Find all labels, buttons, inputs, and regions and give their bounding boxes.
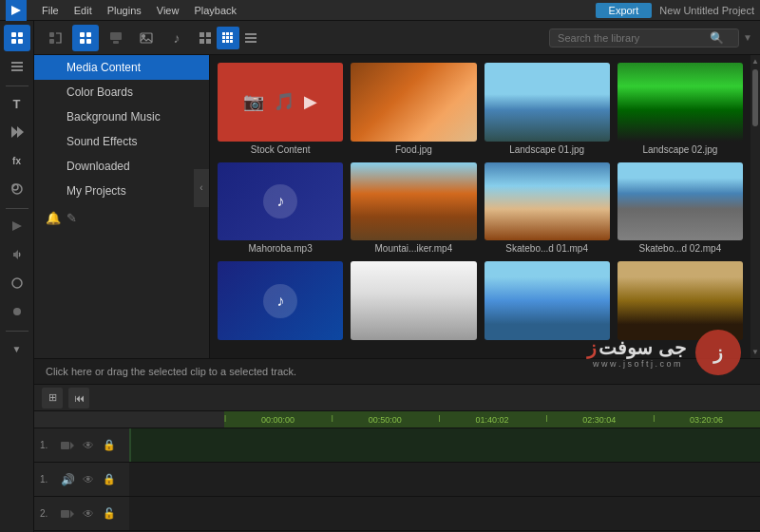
scroll-up-icon[interactable]: ▲ [751, 57, 759, 66]
scroll-down-icon[interactable]: ▼ [751, 348, 759, 356]
svg-rect-35 [222, 40, 225, 43]
timeline-home-btn[interactable]: ⊞ [42, 388, 63, 408]
app-logo [6, 0, 27, 21]
tool-track[interactable] [4, 53, 30, 80]
sidebar-item-background-music[interactable]: Background Music [34, 104, 209, 129]
ruler-tick-3: 02:30:04 [545, 415, 653, 425]
tool-color[interactable] [4, 270, 30, 296]
media-item-mountain[interactable]: Mountai...iker.mp4 [351, 162, 476, 255]
sidebar: Media Content Color Boards Background Mu… [34, 55, 210, 358]
sidebar-item-sound-effects[interactable]: Sound Effects [34, 129, 209, 154]
track-content-3[interactable] [129, 497, 760, 530]
track-row-3: 2. 👁 🔓 [34, 497, 760, 531]
track-content-1[interactable] [129, 428, 760, 462]
media-item-stock[interactable]: 📷 🎵 ▶ Stock Content [218, 63, 343, 155]
media-item-landscape02[interactable]: Landscape 02.jpg [618, 63, 743, 155]
menu-edit[interactable]: Edit [66, 3, 100, 18]
svg-rect-33 [226, 36, 229, 39]
tab-import[interactable] [42, 25, 68, 51]
menu-playback[interactable]: Playback [186, 3, 244, 18]
tool-transitions[interactable] [4, 119, 30, 145]
track-lock-icon-3[interactable]: 🔓 [101, 505, 118, 522]
track-video-icon-1[interactable] [59, 437, 76, 454]
track-lock-icon-1[interactable]: 🔒 [101, 437, 118, 454]
media-item-landscape01[interactable]: Landscape 01.jpg [484, 63, 610, 155]
video-icon: ▶ [304, 91, 317, 112]
svg-rect-32 [222, 36, 225, 39]
middle-section: Media Content Color Boards Background Mu… [34, 55, 760, 358]
content-area: ♪ [34, 21, 760, 532]
track-eye-icon-3[interactable]: 👁 [80, 505, 97, 522]
tab-audio[interactable]: ♪ [163, 25, 190, 51]
tool-text[interactable]: T [4, 90, 30, 117]
timeline-area: ⊞ ⏮ 00:00:00 00:50:00 01:40:02 02:30:04 … [34, 385, 760, 532]
media-item-food[interactable]: Food.jpg [351, 63, 476, 155]
svg-rect-6 [11, 66, 23, 67]
track-num-1: 1. [40, 440, 55, 450]
grid-scrollbar: ▲ ▼ [750, 55, 760, 358]
sidebar-item-downloaded[interactable]: Downloaded [34, 154, 209, 179]
svg-marker-0 [11, 6, 21, 15]
svg-rect-16 [49, 39, 54, 44]
track-lock-icon-2[interactable]: 🔒 [101, 471, 118, 488]
status-message: Click here or drag the selected clip to … [46, 366, 296, 377]
svg-rect-29 [222, 32, 225, 35]
svg-rect-4 [18, 39, 23, 44]
sidebar-item-my-projects[interactable]: My Projects [34, 179, 209, 203]
media-item-label: Stock Content [218, 144, 343, 155]
track-eye-icon-2[interactable]: 👁 [80, 471, 97, 488]
view-list[interactable] [194, 27, 217, 49]
search-icon[interactable]: 🔍 [710, 31, 724, 45]
ruler-tick-4: 03:20:06 [653, 415, 760, 425]
sidebar-item-media-content[interactable]: Media Content [34, 55, 209, 80]
sidebar-item-color-boards[interactable]: Color Boards [34, 80, 209, 104]
media-item-label: Landscape 02.jpg [618, 144, 743, 155]
content-toolbar: ♪ [34, 21, 760, 55]
tool-media[interactable] [4, 25, 30, 51]
tool-audio[interactable] [4, 241, 30, 268]
media-item-row3a[interactable]: ♪ [218, 261, 343, 343]
dropdown-arrow-icon[interactable]: ▼ [743, 32, 752, 43]
tool-overlay[interactable] [4, 176, 30, 202]
view-details[interactable] [239, 27, 262, 49]
track-video-icon-3[interactable] [59, 505, 76, 522]
watermark-prefix: ز [587, 336, 597, 359]
svg-marker-42 [70, 442, 74, 449]
media-grid: 📷 🎵 ▶ Stock Content Food.jpg L [210, 55, 750, 358]
svg-rect-2 [18, 32, 23, 37]
view-grid[interactable] [217, 27, 239, 49]
sidebar-collapse-arrow[interactable]: ‹ [194, 169, 209, 207]
track-eye-icon-1[interactable]: 👁 [80, 437, 97, 454]
tool-down[interactable]: ▼ [4, 335, 30, 362]
media-item-row3b[interactable] [351, 261, 476, 343]
media-item-label: Mahoroba.mp3 [218, 243, 343, 254]
tab-title[interactable] [103, 25, 129, 51]
timeline-prev-btn[interactable]: ⏮ [68, 388, 89, 408]
menu-view[interactable]: View [149, 3, 187, 18]
svg-rect-19 [80, 39, 85, 44]
tool-fx[interactable]: fx [4, 147, 30, 174]
track-audio-icon-2[interactable]: 🔊 [59, 471, 76, 488]
track-controls-3: 2. 👁 🔓 [34, 497, 129, 530]
view-icons [194, 27, 262, 49]
menu-file[interactable]: File [34, 3, 66, 18]
tool-record[interactable] [4, 298, 30, 325]
track-content-2[interactable] [129, 463, 760, 496]
export-button[interactable]: Export [596, 3, 653, 18]
media-item-skate01[interactable]: Skatebo...d 01.mp4 [484, 162, 610, 255]
menu-plugins[interactable]: Plugins [100, 3, 149, 18]
tab-image[interactable] [133, 25, 160, 51]
svg-rect-7 [11, 69, 23, 71]
svg-point-14 [13, 308, 21, 315]
search-input[interactable] [558, 32, 710, 44]
timeline-ruler: 00:00:00 00:50:00 01:40:02 02:30:04 03:2… [34, 411, 760, 428]
media-item-mahoroba[interactable]: ♪ Mahoroba.mp3 [218, 162, 343, 255]
media-item-skate02[interactable]: Skatebo...d 02.mp4 [618, 162, 743, 255]
tab-media[interactable] [72, 25, 99, 51]
ruler-tick-0: 00:00:00 [224, 415, 332, 425]
svg-rect-28 [206, 39, 211, 44]
scroll-thumb[interactable] [752, 69, 758, 126]
tool-motion[interactable] [4, 213, 30, 239]
svg-rect-34 [230, 36, 233, 39]
watermark: جی سوفت ز w w w . j s o f t j . c o m ز [587, 330, 741, 375]
